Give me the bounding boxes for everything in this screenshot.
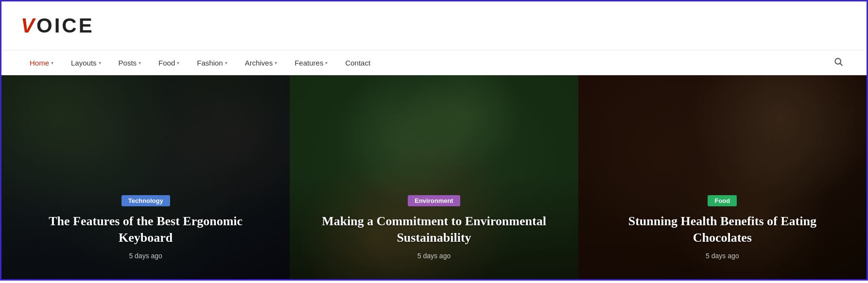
nav-item-features[interactable]: Features ▾	[286, 52, 336, 74]
card-3-title: Stunning Health Benefits of Eating Choco…	[598, 213, 847, 246]
card-2-title: Making a Commitment to Environmental Sus…	[309, 213, 558, 246]
nav-item-contact[interactable]: Contact	[336, 52, 379, 74]
chevron-down-icon: ▾	[225, 60, 227, 66]
card-environment[interactable]: Environment Making a Commitment to Envir…	[290, 75, 578, 279]
card-2-content: Environment Making a Commitment to Envir…	[290, 181, 578, 279]
chevron-down-icon: ▾	[99, 60, 101, 66]
logo-v: V	[21, 14, 36, 37]
search-icon	[833, 57, 843, 67]
card-1-content: Technology The Features of the Best Ergo…	[1, 181, 290, 279]
svg-point-0	[835, 58, 841, 64]
nav-label-archives: Archives	[245, 59, 273, 67]
nav-label-home: Home	[30, 59, 49, 67]
card-food[interactable]: Food Stunning Health Benefits of Eating …	[578, 75, 867, 279]
header: VOICE	[1, 1, 867, 50]
card-2-date: 5 days ago	[309, 252, 558, 260]
chevron-down-icon: ▾	[177, 60, 179, 66]
card-3-date: 5 days ago	[598, 252, 847, 260]
nav-label-fashion: Fashion	[197, 59, 223, 67]
nav-label-layouts: Layouts	[71, 59, 97, 67]
nav-item-layouts[interactable]: Layouts ▾	[62, 52, 110, 74]
badge-environment: Environment	[408, 195, 460, 206]
site-logo[interactable]: VOICE	[21, 14, 94, 37]
chevron-down-icon: ▾	[275, 60, 277, 66]
nav-label-food: Food	[158, 59, 175, 67]
nav-item-home[interactable]: Home ▾	[21, 52, 62, 74]
svg-line-1	[840, 63, 843, 66]
featured-cards: Technology The Features of the Best Ergo…	[1, 75, 867, 279]
chevron-down-icon: ▾	[51, 60, 53, 66]
card-3-content: Food Stunning Health Benefits of Eating …	[578, 181, 867, 279]
card-technology[interactable]: Technology The Features of the Best Ergo…	[1, 75, 290, 279]
nav-item-fashion[interactable]: Fashion ▾	[188, 52, 236, 74]
badge-technology: Technology	[122, 195, 170, 206]
nav-menu: Home ▾ Layouts ▾ Posts ▾ Food ▾ Fashion …	[21, 52, 379, 74]
nav-item-posts[interactable]: Posts ▾	[110, 52, 150, 74]
badge-food: Food	[708, 195, 737, 206]
logo-rest: OICE	[36, 14, 94, 37]
nav-item-food[interactable]: Food ▾	[150, 52, 188, 74]
chevron-down-icon: ▾	[325, 60, 328, 66]
nav-label-features: Features	[295, 59, 323, 67]
card-1-title: The Features of the Best Ergonomic Keybo…	[21, 213, 270, 246]
nav-label-contact: Contact	[345, 59, 370, 67]
chevron-down-icon: ▾	[139, 60, 141, 66]
card-1-date: 5 days ago	[21, 252, 270, 260]
nav-item-archives[interactable]: Archives ▾	[236, 52, 286, 74]
search-button[interactable]	[830, 53, 847, 73]
navigation: Home ▾ Layouts ▾ Posts ▾ Food ▾ Fashion …	[1, 50, 867, 75]
nav-label-posts: Posts	[119, 59, 137, 67]
